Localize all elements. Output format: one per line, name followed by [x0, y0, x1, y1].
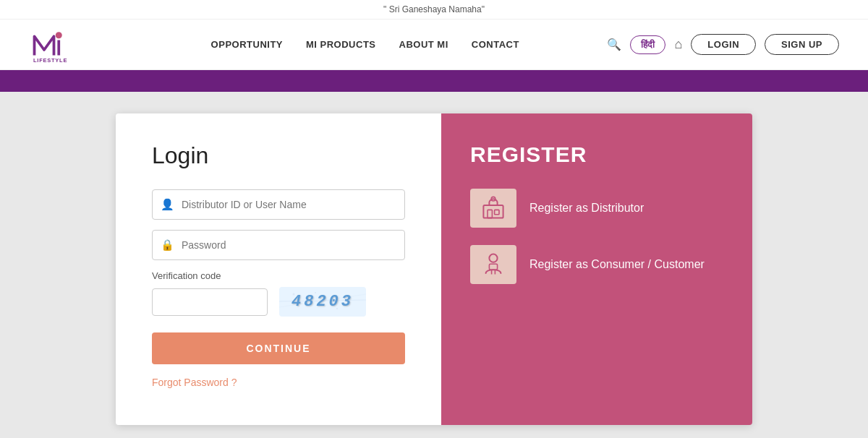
password-wrapper: 🔒	[152, 230, 405, 260]
logo-svg: LIFESTYLE My MI life. My MI style.	[29, 25, 94, 64]
register-panel: REGISTER Register as Distributor	[441, 113, 752, 425]
lock-icon: 🔒	[161, 239, 174, 252]
consumer-icon	[479, 250, 508, 279]
svg-text:LIFESTYLE: LIFESTYLE	[33, 57, 67, 64]
distributor-icon-box	[470, 189, 516, 228]
verification-label: Verification code	[152, 270, 405, 281]
svg-line-5	[279, 294, 366, 307]
nav-opportunity[interactable]: OPPORTUNITY	[211, 39, 283, 50]
svg-rect-14	[489, 264, 497, 270]
purple-banner	[0, 70, 868, 92]
svg-point-13	[489, 254, 497, 262]
nav-mi-products[interactable]: MI PRODUCTS	[306, 39, 376, 50]
main-nav: OPPORTUNITY MI PRODUCTS ABOUT MI CONTACT	[123, 39, 607, 50]
register-title: REGISTER	[470, 142, 723, 167]
svg-rect-9	[483, 205, 503, 218]
svg-point-6	[293, 293, 295, 296]
card-container: Login 👤 🔒 Verification code	[116, 113, 752, 425]
login-title: Login	[152, 142, 405, 169]
header-main: LIFESTYLE My MI life. My MI style. OPPOR…	[0, 20, 868, 70]
tagline-text: " Sri Ganeshaya Namaha"	[383, 4, 485, 14]
nav-about-mi[interactable]: ABOUT MI	[399, 39, 448, 50]
nav-contact[interactable]: CONTACT	[472, 39, 519, 50]
captcha-display: 48203	[279, 287, 366, 317]
main-content: Login 👤 🔒 Verification code	[0, 92, 868, 438]
distributor-icon	[479, 194, 508, 223]
register-distributor-option[interactable]: Register as Distributor	[470, 189, 723, 228]
username-wrapper: 👤	[152, 189, 405, 220]
forgot-password-link[interactable]: Forgot Password ?	[152, 377, 237, 388]
logo: LIFESTYLE My MI life. My MI style.	[29, 25, 94, 64]
svg-point-8	[315, 292, 316, 293]
header-tagline: " Sri Ganeshaya Namaha"	[0, 0, 868, 20]
consumer-icon-box	[470, 245, 516, 284]
register-consumer-option[interactable]: Register as Consumer / Customer	[470, 245, 723, 284]
signup-button[interactable]: SIGN UP	[765, 34, 839, 55]
password-input[interactable]	[152, 230, 405, 260]
search-button[interactable]: 🔍	[607, 38, 621, 51]
verification-section: Verification code 48203	[152, 270, 405, 317]
svg-rect-11	[495, 210, 499, 214]
login-button[interactable]: LOGIN	[691, 34, 756, 55]
login-panel: Login 👤 🔒 Verification code	[116, 113, 441, 425]
register-consumer-label: Register as Consumer / Customer	[529, 258, 705, 271]
continue-button[interactable]: CONTINUE	[152, 332, 405, 364]
user-icon: 👤	[161, 198, 174, 211]
svg-rect-10	[488, 210, 492, 218]
username-input[interactable]	[152, 189, 405, 220]
language-button[interactable]: हिंदी	[630, 35, 665, 54]
verification-row: 48203	[152, 287, 405, 317]
captcha-input[interactable]	[152, 288, 268, 316]
svg-point-7	[336, 308, 338, 309]
register-distributor-label: Register as Distributor	[529, 202, 644, 215]
home-button[interactable]: ⌂	[674, 37, 682, 52]
svg-point-0	[56, 32, 62, 38]
header-actions: 🔍 हिंदी ⌂ LOGIN SIGN UP	[607, 34, 839, 55]
